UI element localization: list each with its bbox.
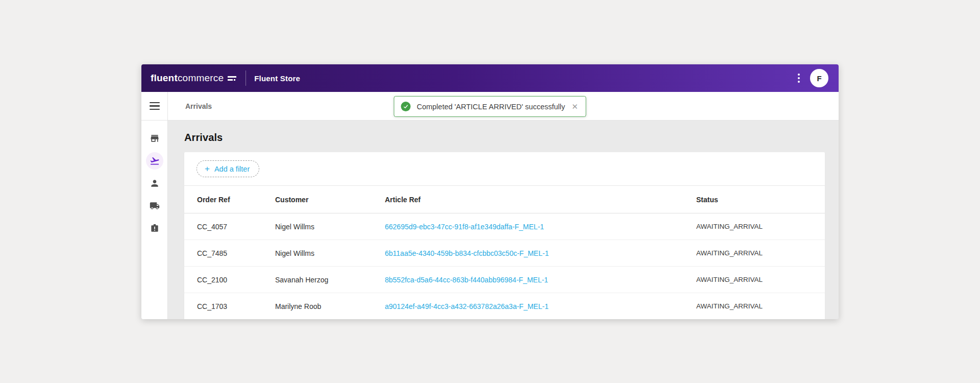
customer-cell: Nigel Willms — [275, 249, 385, 257]
avatar[interactable]: F — [810, 69, 828, 87]
fluentcommerce-logo[interactable]: fluentcommerce — [151, 73, 236, 84]
order-ref-cell: CC_2100 — [197, 276, 275, 284]
sidebar-item-inventory-alert[interactable] — [145, 217, 164, 240]
app-title: Fluent Store — [254, 74, 300, 83]
status-cell: AWAITING_ARRIVAL — [696, 249, 812, 257]
toast-message: Completed 'ARTICLE ARRIVED' successfully — [416, 103, 565, 111]
sidebar-item-shipping[interactable] — [145, 195, 164, 217]
status-cell: AWAITING_ARRIVAL — [696, 223, 812, 230]
add-filter-label: Add a filter — [214, 165, 250, 173]
status-cell: AWAITING_ARRIVAL — [696, 302, 812, 310]
sidebar-item-customers[interactable] — [145, 172, 164, 195]
sidebar — [141, 92, 168, 319]
header-divider — [246, 70, 246, 86]
overflow-menu-icon[interactable] — [796, 70, 802, 86]
flight-land-icon — [150, 156, 160, 166]
table-header-row: Order Ref Customer Article Ref Status — [184, 186, 825, 213]
success-check-icon — [401, 102, 410, 111]
column-header-order-ref: Order Ref — [197, 196, 275, 204]
menu-toggle-icon[interactable] — [148, 100, 162, 112]
store-icon — [150, 133, 160, 143]
order-ref-cell: CC_1703 — [197, 302, 275, 310]
person-icon — [150, 178, 160, 188]
package-alert-icon — [150, 223, 160, 233]
article-ref-link[interactable]: a90124ef-a49f-4cc3-a432-663782a26a3a-F_M… — [385, 302, 696, 310]
customer-cell: Savanah Herzog — [275, 276, 385, 284]
truck-icon — [150, 201, 160, 211]
content-area: Arrivals + Add a filter Order Ref Custom… — [168, 121, 839, 319]
app-window: fluentcommerce Fluent Store F — [141, 64, 839, 319]
table-row: CC_7485 Nigel Willms 6b11aa5e-4340-459b-… — [184, 240, 825, 267]
filter-section: + Add a filter — [184, 152, 825, 186]
table-row: CC_2100 Savanah Herzog 8b552fca-d5a6-44c… — [184, 267, 825, 293]
article-ref-link[interactable]: 662695d9-ebc3-47cc-91f8-af1e349daffa-F_M… — [385, 223, 696, 231]
app-header: fluentcommerce Fluent Store F — [141, 64, 839, 92]
order-ref-cell: CC_7485 — [197, 249, 275, 257]
customer-cell: Marilyne Roob — [275, 302, 385, 310]
page-title: Arrivals — [184, 132, 825, 143]
fluentcommerce-logo-mark-icon — [228, 76, 236, 81]
column-header-article-ref: Article Ref — [385, 196, 696, 204]
arrivals-card: + Add a filter Order Ref Customer Articl… — [184, 152, 825, 319]
table-row: CC_4057 Nigel Willms 662695d9-ebc3-47cc-… — [184, 213, 825, 240]
article-ref-link[interactable]: 6b11aa5e-4340-459b-b834-cfcbbc03c50c-F_M… — [385, 249, 696, 257]
logo-text: fluentcommerce — [151, 73, 224, 84]
column-header-status: Status — [696, 196, 812, 204]
breadcrumb[interactable]: Arrivals — [185, 102, 212, 110]
plus-icon: + — [205, 164, 210, 173]
article-ref-link[interactable]: 8b552fca-d5a6-44cc-863b-f440abb96984-F_M… — [385, 276, 696, 284]
sidebar-item-arrivals[interactable] — [145, 150, 164, 172]
success-toast: Completed 'ARTICLE ARRIVED' successfully… — [394, 96, 586, 117]
add-filter-button[interactable]: + Add a filter — [197, 160, 259, 177]
table-row: CC_1703 Marilyne Roob a90124ef-a49f-4cc3… — [184, 293, 825, 319]
order-ref-cell: CC_4057 — [197, 223, 275, 231]
toast-close-icon[interactable]: ✕ — [571, 102, 579, 111]
customer-cell: Nigel Willms — [275, 223, 385, 231]
status-cell: AWAITING_ARRIVAL — [696, 276, 812, 283]
column-header-customer: Customer — [275, 196, 385, 204]
sidebar-item-store[interactable] — [145, 127, 164, 150]
